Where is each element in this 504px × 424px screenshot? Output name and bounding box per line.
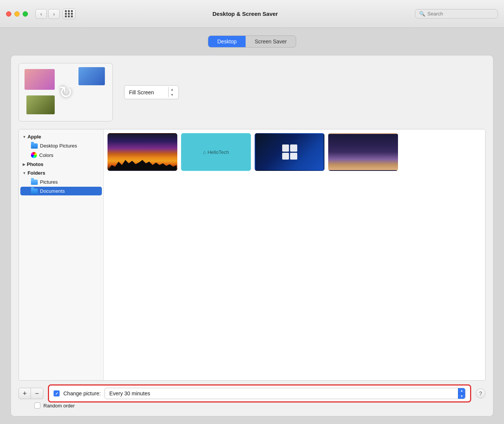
wallpaper-item-sunset[interactable] [108,133,177,171]
help-button[interactable]: ? [476,389,486,398]
random-order-label: Random order [43,403,75,409]
sidebar-item-pictures[interactable]: Pictures [20,178,102,186]
apple-header-label: Apple [28,134,41,140]
back-icon: ‹ [40,11,42,17]
top-section: ↻ Fill Screen ▲ ▼ [18,63,486,121]
triangle-down-icon: ▼ [23,135,26,139]
desktop-pictures-label: Desktop Pictures [40,143,77,149]
colors-label: Colors [39,152,54,158]
panel: ↻ Fill Screen ▲ ▼ ▼ Apple [11,55,493,416]
sidebar: ▼ Apple Desktop Pictures Colors ▶ Photos [19,129,104,380]
checkmark-icon: ✓ [55,391,58,396]
hellotech-icon: ⌂ [203,149,206,155]
forward-icon: › [53,11,55,17]
preview-box: ↻ [18,63,113,121]
folder-documents-icon [31,189,38,194]
search-bar[interactable]: 🔍 [415,9,498,18]
documents-label: Documents [40,188,65,194]
titlebar: ‹ › Desktop & Screen Saver 🔍 [0,0,504,28]
preview-thumb-topright [78,67,105,85]
change-picture-label: Change picture: [63,390,101,396]
wallpaper-item-hellotech[interactable]: ⌂ HelloTech [181,133,251,171]
tab-group: Desktop Screen Saver [208,35,296,48]
fill-screen-value: Fill Screen [129,89,154,95]
body-section: ▼ Apple Desktop Pictures Colors ▶ Photos [18,129,486,381]
sidebar-item-documents[interactable]: Documents [20,187,102,195]
windows-logo [282,144,297,160]
preview-thumb-topleft [25,69,55,90]
triangle-right-icon: ▶ [23,163,25,166]
windows-sq-4 [290,153,297,160]
app-grid-button[interactable] [63,9,75,19]
window-controls [6,11,28,17]
sidebar-photos-header[interactable]: ▶ Photos [19,160,103,169]
preview-inner: ↻ [19,63,112,121]
windows-sq-3 [282,153,289,160]
sidebar-item-desktop-pictures[interactable]: Desktop Pictures [20,141,102,150]
pictures-label: Pictures [40,179,58,185]
change-picture-row: ✓ Change picture: Every 30 minutes ▲ ▼ [48,384,471,402]
windows-sq-2 [290,144,297,152]
triangle-down-icon2: ▼ [23,171,26,175]
interval-down-icon[interactable]: ▼ [458,394,465,399]
search-icon: 🔍 [419,11,425,17]
wallpaper-item-windows[interactable] [255,133,324,171]
interval-stepper[interactable]: ▲ ▼ [458,388,465,399]
folders-header-label: Folders [28,170,45,176]
preview-thumb-bottomleft [26,95,55,114]
fill-screen-select[interactable]: Fill Screen ▲ ▼ [124,85,179,99]
stepper-up-icon[interactable]: ▲ [169,87,175,92]
refresh-icon: ↻ [59,83,73,102]
tab-screensaver[interactable]: Screen Saver [246,36,296,47]
change-picture-checkbox[interactable]: ✓ [54,390,60,396]
fill-screen-stepper[interactable]: ▲ ▼ [168,87,175,97]
interval-select[interactable]: Every 30 minutes ▲ ▼ [104,388,466,399]
stepper-down-icon[interactable]: ▼ [169,92,175,97]
random-order-row: Random order [18,402,486,409]
image-grid: ⌂ HelloTech [104,129,485,380]
fill-screen-dropdown[interactable]: Fill Screen ▲ ▼ [124,85,179,99]
search-input[interactable] [427,11,488,17]
bottom-bar: + − ✓ Change picture: Every 30 minutes ▲… [18,381,486,402]
sidebar-item-colors[interactable]: Colors [20,151,102,160]
tab-switcher: Desktop Screen Saver [11,35,493,48]
nav-buttons: ‹ › [35,9,60,19]
remove-button[interactable]: − [31,388,43,399]
minimize-button[interactable] [14,11,20,17]
fullscreen-button[interactable] [23,11,28,17]
interval-up-icon[interactable]: ▲ [458,388,465,394]
interval-value: Every 30 minutes [105,389,458,398]
photos-header-label: Photos [27,161,43,167]
close-button[interactable] [6,11,11,17]
color-wheel-icon [31,152,37,158]
sidebar-folders-header[interactable]: ▼ Folders [19,169,103,177]
grid-icon [65,10,73,17]
hellotech-label: HelloTech [207,149,229,155]
folder-icon [31,143,38,149]
folder-pictures-icon [31,180,38,185]
window-title: Desktop & Screen Saver [75,11,415,17]
sidebar-apple-header[interactable]: ▼ Apple [19,132,103,141]
add-remove-buttons: + − [18,388,43,399]
tab-desktop[interactable]: Desktop [208,36,246,47]
forward-button[interactable]: › [48,9,60,19]
add-button[interactable]: + [19,388,31,399]
main-content: Desktop Screen Saver ↻ Fill Screen ▲ [0,28,504,424]
wallpaper-item-night[interactable] [328,133,398,171]
back-button[interactable]: ‹ [35,9,47,19]
random-order-checkbox[interactable] [34,402,40,409]
windows-sq-1 [282,144,289,152]
